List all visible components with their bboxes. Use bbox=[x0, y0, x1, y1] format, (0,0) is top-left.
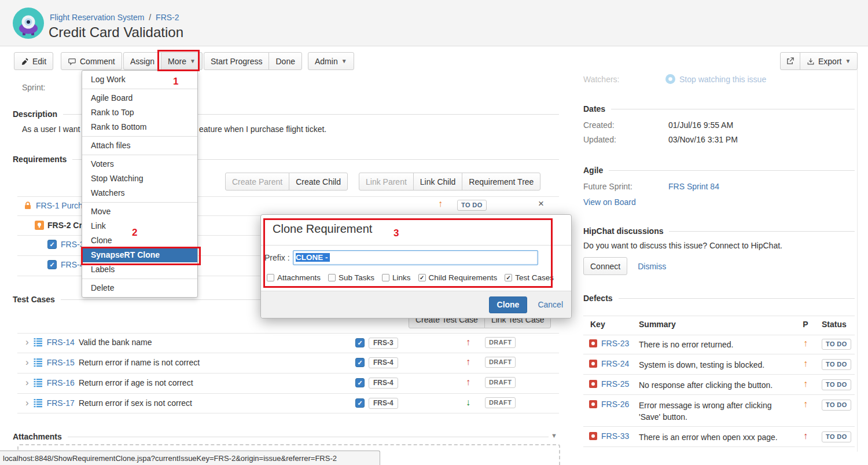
test-case-link[interactable]: FRS-14 bbox=[47, 338, 75, 347]
menu-item-rank-to-bottom[interactable]: Rank to Bottom bbox=[82, 120, 197, 134]
test-case-row: › FRS-16 Return error if age is not corr… bbox=[25, 378, 193, 387]
prefix-input[interactable]: CLONE - bbox=[293, 250, 538, 265]
export-button[interactable]: Export ▼ bbox=[800, 52, 858, 70]
link-child-button[interactable]: Link Child bbox=[413, 173, 462, 191]
hipchat-connect-button[interactable]: Connect bbox=[583, 257, 627, 275]
child-requirements-checkbox[interactable]: ✓ bbox=[418, 274, 426, 281]
linked-requirement-tag[interactable]: FRS-3 bbox=[369, 338, 398, 349]
breadcrumb-project-link[interactable]: Flight Reservation System bbox=[50, 13, 144, 22]
defect-link[interactable]: FRS-33 bbox=[601, 431, 629, 441]
test-case-link[interactable]: FRS-15 bbox=[47, 358, 75, 367]
share-button[interactable] bbox=[780, 52, 800, 70]
menu-item-link[interactable]: Link bbox=[82, 219, 197, 233]
checked-checkbox[interactable]: ✓ bbox=[355, 338, 365, 347]
close-icon[interactable]: × bbox=[538, 198, 544, 210]
menu-item-watchers[interactable]: Watchers bbox=[82, 186, 197, 200]
cancel-link[interactable]: Cancel bbox=[538, 300, 563, 309]
defect-link[interactable]: FRS-23 bbox=[601, 339, 629, 348]
hipchat-section-heading: HipChat discussions bbox=[583, 226, 855, 236]
assign-button[interactable]: Assign bbox=[123, 52, 161, 70]
issue-page: Flight Reservation System / FRS-2 Credit… bbox=[0, 0, 868, 465]
expand-chevron-icon[interactable]: › bbox=[25, 358, 29, 367]
checked-checkbox[interactable]: ✓ bbox=[47, 240, 57, 249]
link-parent-button[interactable]: Link Parent bbox=[359, 173, 414, 191]
comment-bubble-icon bbox=[68, 57, 76, 65]
defects-col-p: P bbox=[794, 320, 817, 329]
checked-checkbox[interactable]: ✓ bbox=[47, 260, 57, 269]
links-option-label: Links bbox=[392, 273, 411, 282]
priority-arrow-icon: ↑ bbox=[466, 378, 470, 387]
breadcrumb: Flight Reservation System / FRS-2 bbox=[50, 13, 179, 22]
edit-button[interactable]: Edit bbox=[14, 52, 53, 70]
test-case-row: › FRS-15 Return error if name is not cor… bbox=[25, 358, 200, 367]
requirement-link[interactable]: FRS-1 Purch bbox=[36, 201, 83, 210]
requirement-link[interactable]: FRS-3 bbox=[61, 240, 84, 249]
sub-tasks-checkbox[interactable] bbox=[328, 274, 336, 281]
breadcrumb-issue-link[interactable]: FRS-2 bbox=[156, 13, 179, 22]
stop-watching-link[interactable]: Stop watching this issue bbox=[679, 75, 766, 84]
links-checkbox[interactable] bbox=[382, 274, 389, 281]
more-button[interactable]: More ▼ bbox=[161, 52, 203, 70]
menu-item-clone[interactable]: Clone bbox=[82, 233, 197, 248]
requirement-tree-button[interactable]: Requirement Tree bbox=[462, 173, 540, 191]
future-sprint-row: Future Sprint: FRS Sprint 84 bbox=[583, 182, 719, 191]
expand-chevron-icon[interactable]: › bbox=[25, 378, 29, 387]
defects-section-heading: Defects bbox=[583, 294, 855, 303]
menu-item-rank-to-top[interactable]: Rank to Top bbox=[82, 105, 197, 120]
menu-item-voters[interactable]: Voters bbox=[82, 157, 197, 171]
hipchat-dismiss-link[interactable]: Dismiss bbox=[638, 262, 666, 271]
collapse-caret-icon[interactable]: ▼ bbox=[551, 432, 557, 439]
test-case-link[interactable]: FRS-16 bbox=[47, 378, 75, 387]
defect-link[interactable]: FRS-25 bbox=[601, 379, 629, 389]
linked-requirement-tag[interactable]: FRS-4 bbox=[369, 378, 398, 389]
lock-icon bbox=[23, 201, 32, 210]
create-parent-button[interactable]: Create Parent bbox=[225, 173, 289, 191]
priority-arrow-icon: ↑ bbox=[794, 431, 817, 441]
test-cases-checkbox[interactable]: ✓ bbox=[505, 274, 512, 281]
option-attachments: Attachments bbox=[267, 273, 321, 282]
test-case-status-badge: DRAFT bbox=[485, 337, 516, 348]
menu-item-move[interactable]: Move bbox=[82, 204, 197, 219]
view-on-board-link[interactable]: View on Board bbox=[583, 197, 636, 207]
option-links: Links bbox=[382, 273, 411, 282]
chevron-down-icon: ▼ bbox=[341, 58, 347, 64]
menu-item-delete[interactable]: Delete bbox=[82, 281, 197, 295]
menu-item-log-work[interactable]: Log Work bbox=[82, 72, 197, 87]
link-parent-label: Link Parent bbox=[366, 177, 407, 186]
create-child-button[interactable]: Create Child bbox=[289, 173, 348, 191]
dialog-title: Clone Requirement bbox=[261, 215, 571, 246]
linked-requirement-tag[interactable]: FRS-4 bbox=[369, 357, 398, 368]
checked-checkbox[interactable]: ✓ bbox=[355, 398, 365, 408]
done-button[interactable]: Done bbox=[269, 52, 301, 70]
requirement-link[interactable]: FRS-4 bbox=[61, 260, 84, 269]
defect-link[interactable]: FRS-24 bbox=[601, 359, 629, 368]
start-progress-button[interactable]: Start Progress bbox=[204, 52, 269, 70]
attachments-checkbox[interactable] bbox=[267, 274, 274, 281]
assign-button-label: Assign bbox=[130, 57, 155, 66]
description-text-right: eature when I purchase flight ticket. bbox=[199, 125, 326, 134]
defect-status-badge: TO DO bbox=[822, 359, 851, 370]
future-sprint-link[interactable]: FRS Sprint 84 bbox=[668, 182, 719, 191]
defect-row: FRS-24 System is down, testing is blocke… bbox=[583, 359, 855, 371]
menu-item-labels[interactable]: Labels bbox=[82, 262, 197, 277]
menu-item-attach-files[interactable]: Attach files bbox=[82, 138, 197, 153]
comment-button[interactable]: Comment bbox=[61, 52, 122, 70]
checked-checkbox[interactable]: ✓ bbox=[355, 378, 365, 387]
requirement-priority-icon: ↑ bbox=[438, 199, 443, 208]
prefix-label: Prefix : bbox=[264, 253, 290, 262]
test-case-link[interactable]: FRS-17 bbox=[47, 398, 75, 408]
clone-button[interactable]: Clone bbox=[489, 296, 528, 313]
expand-chevron-icon[interactable]: › bbox=[25, 398, 29, 408]
menu-item-agile-board[interactable]: Agile Board bbox=[82, 91, 197, 105]
requirement-row: ✓ FRS-4 bbox=[47, 260, 84, 269]
menu-item-synapsert-clone[interactable]: SynapseRT Clone bbox=[82, 248, 197, 262]
checked-checkbox[interactable]: ✓ bbox=[355, 358, 365, 367]
test-case-list-icon bbox=[33, 338, 43, 347]
admin-button[interactable]: Admin ▼ bbox=[308, 52, 354, 70]
option-sub-tasks: Sub Tasks bbox=[328, 273, 374, 282]
expand-chevron-icon[interactable]: › bbox=[25, 338, 29, 347]
updated-label: Updated: bbox=[583, 135, 668, 144]
linked-requirement-tag[interactable]: FRS-4 bbox=[369, 398, 398, 409]
menu-item-stop-watching[interactable]: Stop Watching bbox=[82, 171, 197, 186]
defect-link[interactable]: FRS-26 bbox=[601, 400, 629, 409]
